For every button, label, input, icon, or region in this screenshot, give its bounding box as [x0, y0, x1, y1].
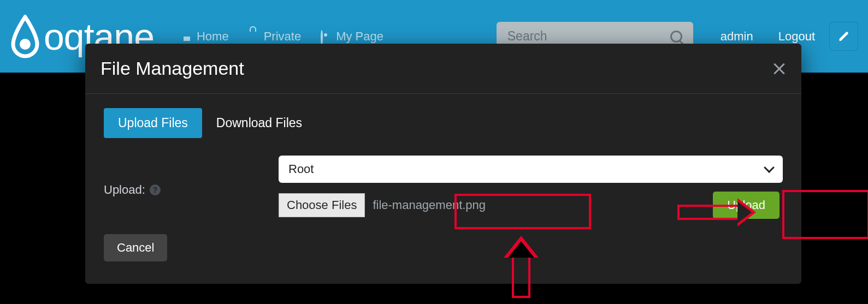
- logout-link[interactable]: Logout: [778, 29, 815, 44]
- upload-label-text: Upload:: [104, 183, 145, 197]
- home-icon: [181, 31, 192, 42]
- search-icon[interactable]: [670, 31, 682, 43]
- folder-select-value: Root: [288, 162, 314, 176]
- svg-point-0: [20, 39, 31, 50]
- folder-select[interactable]: Root: [279, 156, 783, 183]
- file-row: Choose Files file-management.png Upload: [279, 192, 783, 219]
- search-input[interactable]: [507, 29, 670, 44]
- modal-header: File Management: [85, 44, 801, 94]
- selected-file-name: file-management.png: [365, 193, 493, 217]
- nav-mypage[interactable]: My Page: [321, 29, 383, 44]
- nav-mypage-label: My Page: [336, 29, 383, 44]
- tab-download-files[interactable]: Download Files: [202, 108, 316, 138]
- user-name-link[interactable]: admin: [721, 29, 753, 44]
- nav-private[interactable]: Private: [249, 29, 301, 44]
- user-links: admin Logout: [721, 29, 815, 44]
- tab-upload-files[interactable]: Upload Files: [104, 108, 202, 138]
- help-icon[interactable]: ?: [150, 184, 161, 195]
- close-icon[interactable]: [772, 62, 786, 76]
- tab-row: Upload Files Download Files: [104, 108, 783, 138]
- modal-body: Upload Files Download Files Upload: ? Ro…: [85, 94, 801, 276]
- cancel-button[interactable]: Cancel: [104, 234, 167, 261]
- nav-home[interactable]: Home: [181, 29, 229, 44]
- pencil-icon: [838, 31, 850, 43]
- primary-nav: Home Private My Page: [181, 29, 383, 44]
- nav-home-label: Home: [197, 29, 229, 44]
- choose-files-button[interactable]: Choose Files: [279, 193, 365, 217]
- upload-button[interactable]: Upload: [713, 192, 780, 219]
- file-management-modal: File Management Upload Files Download Fi…: [85, 44, 801, 284]
- nav-private-label: Private: [264, 29, 301, 44]
- logo-drop-icon: [10, 15, 40, 58]
- target-icon: [321, 31, 332, 42]
- edit-page-button[interactable]: [829, 22, 858, 51]
- chevron-down-icon: [764, 162, 775, 173]
- lock-icon: [249, 31, 259, 42]
- upload-form-row: Upload: ? Root Choose Files file-managem…: [104, 156, 783, 219]
- upload-label: Upload: ?: [104, 156, 268, 197]
- modal-title: File Management: [101, 58, 244, 79]
- upload-inputs: Root Choose Files file-management.png Up…: [279, 156, 783, 219]
